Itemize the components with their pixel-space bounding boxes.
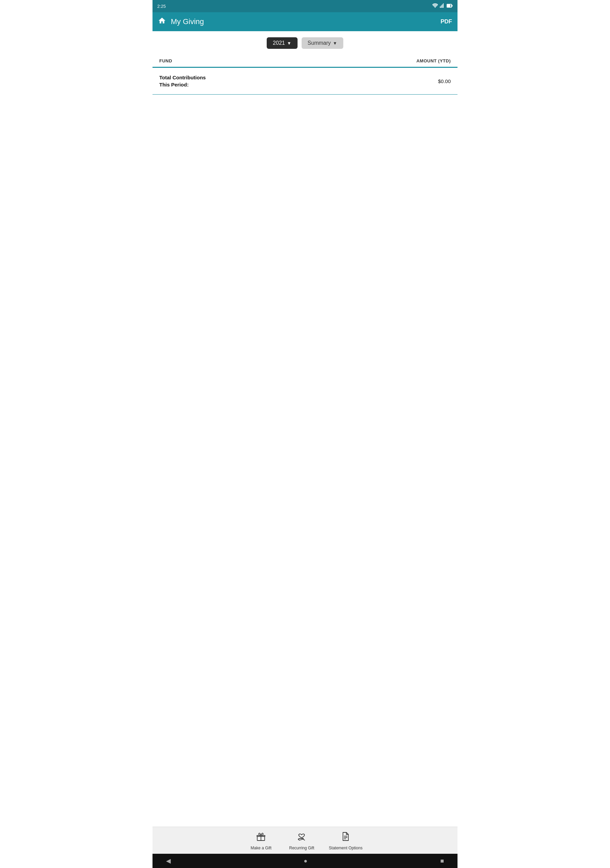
gift-icon [255,831,266,843]
bottom-nav: Make a Gift Recurring Gift [153,827,457,854]
total-contributions-row: Total Contributions This Period: $0.00 [153,68,457,95]
svg-rect-0 [440,6,441,8]
amount-column-header: AMOUNT (YTD) [416,58,451,64]
filter-row: 2021 ▼ Summary ▼ [153,31,457,55]
svg-rect-3 [443,3,444,8]
table-header: FUND AMOUNT (YTD) [153,55,457,67]
top-nav-bar: My Giving PDF [153,12,457,31]
total-contributions-label: Total Contributions This Period: [159,74,206,88]
wifi-icon [432,3,438,9]
status-icons [432,3,453,9]
pdf-button[interactable]: PDF [441,18,452,25]
make-a-gift-nav-item[interactable]: Make a Gift [248,831,274,850]
home-icon[interactable] [158,17,166,27]
status-bar: 2:25 [153,0,457,12]
svg-rect-1 [441,5,441,8]
statement-options-nav-item[interactable]: Statement Options [329,831,362,850]
svg-rect-5 [452,5,453,6]
content-area [153,95,457,827]
make-a-gift-label: Make a Gift [251,846,271,850]
year-chevron-icon: ▼ [287,41,291,46]
year-filter-label: 2021 [273,40,285,46]
total-contributions-amount: $0.00 [438,78,451,84]
recurring-gift-nav-item[interactable]: Recurring Gift [288,831,315,850]
signal-icon [440,3,444,9]
view-chevron-icon: ▼ [333,41,337,46]
home-button[interactable]: ● [303,857,307,865]
view-filter-label: Summary [308,40,331,46]
battery-icon [447,4,453,9]
nav-left: My Giving [158,17,204,27]
fund-column-header: FUND [159,58,172,64]
status-time: 2:25 [157,4,166,9]
recurring-gift-label: Recurring Gift [289,846,314,850]
system-bar: ◀ ● ■ [153,854,457,868]
heart-hand-icon [296,831,307,843]
page-title: My Giving [171,17,204,26]
back-button[interactable]: ◀ [166,857,171,865]
recents-button[interactable]: ■ [440,857,444,865]
year-filter-button[interactable]: 2021 ▼ [267,37,297,49]
document-icon [340,831,351,843]
svg-rect-7 [447,5,451,7]
statement-options-label: Statement Options [329,846,362,850]
view-filter-button[interactable]: Summary ▼ [302,37,343,49]
svg-rect-2 [442,5,443,8]
